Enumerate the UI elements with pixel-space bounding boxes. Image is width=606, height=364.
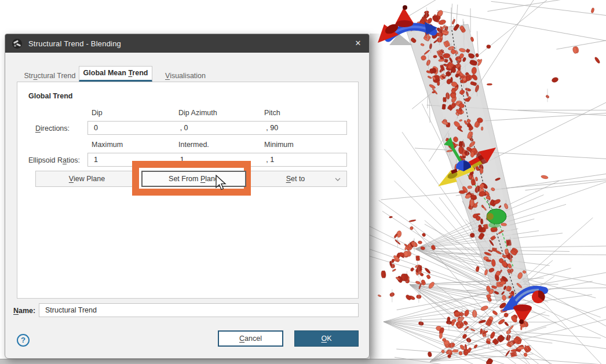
mouse-cursor-icon xyxy=(215,175,228,192)
window-bottom-edge xyxy=(0,359,440,364)
directions-input[interactable]: 0 , 0 , 90 xyxy=(87,121,347,135)
tab-global-mean-trend[interactable]: Global Mean Trend xyxy=(79,66,152,82)
structural-trend-dialog: Structural Trend - Blending ✕ Structural… xyxy=(5,34,370,359)
directions-dip-azimuth-value[interactable]: , 0 xyxy=(174,122,261,134)
set-to-dropdown[interactable]: Set to xyxy=(244,171,347,187)
name-input[interactable]: Structural Trend xyxy=(39,303,359,317)
question-icon: ? xyxy=(21,336,25,344)
dialog-title: Structural Trend - Blending xyxy=(28,39,121,48)
directions-pitch-value[interactable]: , 90 xyxy=(260,122,346,134)
tab-visualisation[interactable]: Visualisation xyxy=(157,69,214,82)
group-title: Global Trend xyxy=(28,92,72,100)
col-header-minimum: Minimum xyxy=(264,141,294,149)
cancel-button[interactable]: Cancel xyxy=(218,330,283,347)
ok-button[interactable]: OK xyxy=(294,330,359,347)
tab-structural-trend[interactable]: Structural Trend xyxy=(19,69,81,82)
name-label: Name: xyxy=(13,307,35,315)
close-icon[interactable]: ✕ xyxy=(352,38,364,49)
col-header-intermed: Intermed. xyxy=(178,141,209,149)
col-header-maximum: Maximum xyxy=(92,141,123,149)
view-plane-button[interactable]: View Plane xyxy=(35,171,138,187)
chevron-down-icon xyxy=(335,178,341,181)
col-header-dip-azimuth: Dip Azimuth xyxy=(178,109,217,117)
col-header-dip: Dip xyxy=(92,109,103,117)
screen: Structural Trend - Blending ✕ Structural… xyxy=(0,0,606,364)
directions-label: Directions: xyxy=(35,124,70,133)
app-icon xyxy=(12,39,22,49)
ratio-minimum-value[interactable]: , 1 xyxy=(260,153,346,166)
set-from-plane-button[interactable]: Set From Plane xyxy=(141,171,246,187)
help-button[interactable]: ? xyxy=(17,334,30,347)
dialog-shadow xyxy=(370,34,384,361)
dialog-titlebar: Structural Trend - Blending ✕ xyxy=(5,34,369,53)
directions-dip-value[interactable]: 0 xyxy=(88,122,174,134)
ellipsoid-ratios-label: Ellipsoid Ratios: xyxy=(28,156,80,164)
col-header-pitch: Pitch xyxy=(264,109,280,117)
